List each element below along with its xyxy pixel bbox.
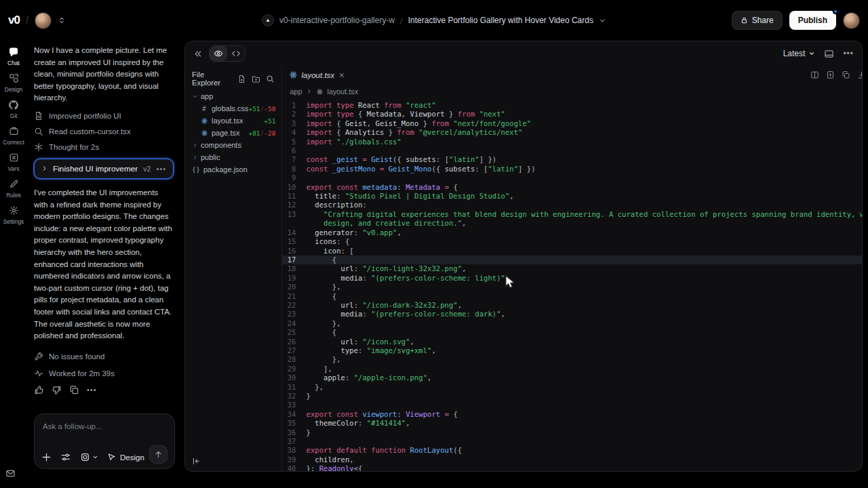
code-line[interactable]: 22 url: "/icon-dark-32x32.png", — [282, 301, 863, 310]
code-line[interactable]: 15 icons: { — [282, 237, 863, 246]
code-line[interactable]: 38export default function RootLayout({ — [282, 446, 863, 455]
code-line[interactable]: 19 media: "(prefers-color-scheme: light)… — [282, 274, 863, 283]
code-line-highlighted[interactable]: 17 { — [282, 256, 863, 264]
collapse-panel-icon[interactable] — [192, 457, 201, 466]
chat-step[interactable]: Improved portfolio UI — [34, 111, 174, 121]
split-view-icon[interactable] — [810, 70, 819, 79]
thumbs-up-icon[interactable] — [34, 385, 44, 395]
code-line[interactable]: 25 { — [282, 328, 863, 337]
folder-public[interactable]: public — [185, 151, 281, 163]
code-line[interactable]: design, and creative direction.", — [282, 219, 863, 228]
code-line[interactable]: 24 }, — [282, 319, 863, 328]
code-line[interactable]: 16 icon: [ — [282, 247, 863, 256]
composer[interactable]: Ask a follow-up... Design — [34, 413, 175, 469]
new-file-icon[interactable] — [237, 75, 246, 83]
share-button[interactable]: Share — [732, 11, 783, 30]
chat-step[interactable]: Thought for 2s — [34, 142, 174, 152]
file-page.tsx[interactable]: page.tsx+81/-28 — [185, 127, 281, 139]
file-globals.css[interactable]: #globals.css+51/-50 — [185, 102, 281, 115]
code-line[interactable]: 37 — [282, 437, 863, 446]
code-line[interactable]: 11 title: "Studio Pixel | Digital Design… — [282, 192, 863, 201]
code-line[interactable]: 31 }, — [282, 383, 863, 392]
code-line[interactable]: 32} — [282, 392, 863, 401]
copy-icon[interactable] — [69, 385, 79, 395]
collapse-chevrons-icon[interactable] — [193, 49, 202, 58]
model-selector[interactable] — [80, 452, 98, 462]
code-line[interactable]: 34export const viewport: Viewport = { — [282, 410, 863, 419]
composer-placeholder[interactable]: Ask a follow-up... — [43, 422, 166, 430]
rail-item-design[interactable]: Design — [0, 73, 27, 93]
code-line[interactable]: 13 "Crafting digital experiences that bl… — [282, 210, 863, 219]
code-line[interactable]: 12 description: — [282, 201, 863, 209]
rail-item-git[interactable]: Git — [0, 99, 27, 119]
rail-item-connect[interactable]: Connect — [0, 125, 27, 146]
file-package.json[interactable]: { }package.json — [185, 163, 281, 176]
v0-logo[interactable]: v0 — [8, 14, 20, 27]
chat-step[interactable]: Worked for 2m 39s — [34, 369, 174, 378]
more-icon[interactable]: ••• — [87, 385, 97, 395]
chat-step[interactable]: Read custom-cursor.tsx — [34, 127, 174, 136]
version-card[interactable]: Finished UI improvements v2 ••• — [34, 159, 174, 179]
preview-eye-toggle[interactable] — [210, 46, 227, 61]
rail-item-vars[interactable]: Vars — [0, 152, 27, 172]
file-layout.tsx[interactable]: layout.tsx+51 — [185, 115, 281, 127]
export-file-icon[interactable] — [826, 70, 835, 79]
code-line[interactable]: 35 themeColor: "#141414", — [282, 419, 863, 428]
download-icon[interactable] — [857, 70, 863, 79]
code-line[interactable]: 10export const metadata: Metadata = { — [282, 183, 863, 192]
chat-step[interactable]: No issues found — [34, 352, 174, 361]
code-view-toggle[interactable] — [227, 46, 245, 61]
publish-button[interactable]: Publish — [789, 11, 836, 30]
feedback-mail-icon[interactable] — [5, 468, 16, 479]
code-line[interactable]: 36} — [282, 428, 863, 437]
attach-plus-icon[interactable] — [41, 452, 52, 462]
code-line[interactable]: 14 generator: "v0.app", — [282, 228, 863, 237]
vercel-triangle-icon[interactable] — [262, 14, 274, 26]
copy-icon[interactable] — [842, 70, 850, 79]
code-line[interactable]: 21 { — [282, 292, 863, 301]
code-line[interactable]: 33 — [282, 401, 863, 409]
project-name[interactable]: v0-interactive-portfolio-gallery-w — [279, 16, 395, 25]
code-line[interactable]: 26 url: "/icon.svg", — [282, 338, 863, 346]
chevron-updown-icon[interactable] — [58, 16, 66, 24]
more-icon[interactable]: ••• — [156, 165, 166, 173]
folder-components[interactable]: components — [185, 139, 281, 151]
code-line[interactable]: 1import type React from "react" — [282, 101, 863, 110]
chevron-down-icon[interactable] — [599, 17, 606, 24]
code-line[interactable]: 9 — [282, 174, 863, 182]
code-line[interactable]: 5import "./globals.css" — [282, 138, 863, 146]
code-line[interactable]: 29 ], — [282, 365, 863, 373]
rail-item-rules[interactable]: Rules — [0, 178, 27, 199]
chat-title[interactable]: Interactive Portfolio Gallery with Hover… — [408, 16, 593, 25]
tab-layout-tsx[interactable]: layout.tsx — [289, 70, 346, 79]
breadcrumb-file[interactable]: layout.tsx — [328, 87, 359, 96]
breadcrumb-root[interactable]: app — [290, 87, 302, 96]
code-line[interactable]: 7const _geist = Geist({ subsets: ["latin… — [282, 155, 863, 164]
code-line[interactable]: 28 }, — [282, 355, 863, 364]
code-line[interactable]: 18 url: "/icon-light-32x32.png", — [282, 264, 863, 273]
version-dropdown[interactable]: Latest — [783, 49, 816, 58]
chat-messages[interactable]: Now I have a complete picture. Let me cr… — [27, 41, 182, 408]
code-line[interactable]: 6 — [282, 146, 863, 155]
design-mode-toggle[interactable]: Design — [107, 453, 144, 462]
code-line[interactable]: 2import type { Metadata, Viewport } from… — [282, 110, 863, 119]
code-line[interactable]: 39 children, — [282, 455, 863, 464]
thumbs-down-icon[interactable] — [52, 385, 62, 395]
code-line[interactable]: 4import { Analytics } from "@vercel/anal… — [282, 128, 863, 137]
browser-window-icon[interactable] — [824, 49, 834, 59]
code-line[interactable]: 30 apple: "/apple-icon.png", — [282, 373, 863, 382]
code-line[interactable]: 8const _geistMono = Geist_Mono({ subsets… — [282, 165, 863, 174]
code-line[interactable]: 40}: Readonly<{ — [282, 464, 863, 472]
close-icon[interactable] — [338, 72, 345, 79]
user-avatar[interactable] — [843, 12, 860, 29]
code-area[interactable]: 1import type React from "react"2import t… — [282, 99, 863, 472]
code-line[interactable]: 23 media: "(prefers-color-scheme: dark)"… — [282, 310, 863, 319]
new-folder-icon[interactable] — [252, 75, 260, 83]
rail-item-settings[interactable]: Settings — [0, 205, 27, 225]
code-line[interactable]: 20 }, — [282, 283, 863, 291]
sliders-icon[interactable] — [60, 452, 71, 462]
team-avatar[interactable] — [35, 12, 52, 29]
code-line[interactable]: 27 type: "image/svg+xml", — [282, 346, 863, 355]
search-icon[interactable] — [266, 75, 275, 83]
send-button[interactable] — [149, 445, 167, 464]
